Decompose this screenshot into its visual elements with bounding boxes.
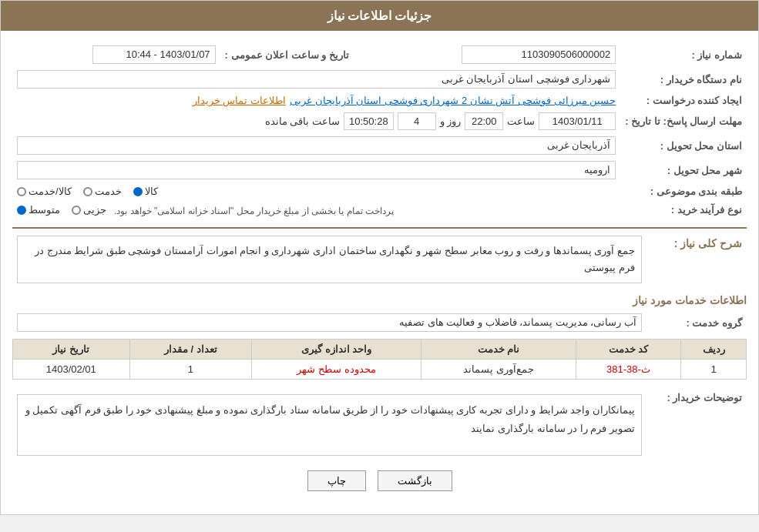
- creator-row: حسین میرزائی فوشچی آتش نشان 2 شهرداری فو…: [17, 95, 616, 106]
- deadline-label: مهلت ارسال پاسخ: تا تاریخ :: [620, 109, 747, 133]
- purchase-type-2[interactable]: متوسط: [17, 204, 60, 216]
- category-radio-3[interactable]: [17, 187, 26, 196]
- buyer-notes-label: توضیحات خریدار :: [646, 387, 747, 459]
- col-code: کد خدمت: [576, 340, 680, 360]
- service-group-value: آب رسانی، مدیریت پسماند، فاضلاب و فعالیت…: [17, 313, 642, 332]
- delivery-city-value: ارومیه: [17, 161, 616, 179]
- services-section-title: اطلاعات خدمات مورد نیاز: [12, 294, 747, 306]
- deadline-remaining: 10:50:28: [344, 112, 394, 130]
- cell-name: جمع‌آوری پسماند: [421, 360, 576, 380]
- deadline-day-label: روز و: [440, 115, 462, 127]
- delivery-province-value: آذربایجان غربی: [17, 136, 616, 155]
- deadline-remaining-label: ساعت باقی مانده: [265, 115, 340, 127]
- description-divider: [12, 227, 747, 229]
- deadline-row: 1403/01/11 ساعت 22:00 روز و 4 10:50:28 س…: [17, 112, 616, 130]
- creator-label: ایجاد کننده درخواست :: [620, 92, 747, 109]
- category-option-2[interactable]: خدمت: [83, 186, 122, 197]
- purchase-type-radio-2[interactable]: [17, 206, 26, 215]
- purchase-note: پرداخت تمام یا بخشی از مبلغ خریدار محل "…: [114, 206, 394, 216]
- info-table: شماره نیاز : 1103090506000002 تاریخ و سا…: [12, 42, 747, 219]
- cell-qty: 1: [129, 360, 251, 380]
- deadline-time-label: ساعت: [507, 115, 535, 127]
- category-option-1[interactable]: کالا: [133, 186, 158, 197]
- category-radio-2[interactable]: [83, 187, 92, 196]
- deadline-days: 4: [398, 112, 436, 130]
- purchase-type-1[interactable]: جزیی: [72, 204, 106, 216]
- table-row: 1 ث-38-381 جمع‌آوری پسماند محدوده سطح شه…: [13, 360, 747, 380]
- page-title: جزئیات اطلاعات نیاز: [327, 9, 432, 22]
- purchase-type-label: نوع فرآیند خرید :: [620, 200, 747, 219]
- col-unit: واحد اندازه گیری: [252, 340, 421, 360]
- contact-link[interactable]: اطلاعات تماس خریدار: [193, 95, 286, 106]
- deadline-time: 22:00: [465, 112, 503, 130]
- buyer-org-label: نام دستگاه خریدار :: [620, 67, 747, 92]
- creator-value: حسین میرزائی فوشچی آتش نشان 2 شهرداری فو…: [290, 95, 616, 106]
- page-header: جزئیات اطلاعات نیاز: [1, 1, 758, 31]
- category-label-3: کالا/خدمت: [29, 186, 72, 197]
- category-label: طبقه بندی موضوعی :: [620, 182, 747, 200]
- description-section-label: شرح کلی نیاز :: [646, 233, 747, 286]
- announce-label: تاریخ و ساعت اعلان عمومی :: [220, 42, 364, 67]
- col-row: ردیف: [681, 340, 747, 360]
- delivery-city-label: شهر محل تحویل :: [620, 158, 747, 182]
- buyer-notes-table: توضیحات خریدار : پیمانکاران واجد شرایط و…: [12, 387, 747, 459]
- cell-code: ث-38-381: [576, 360, 680, 380]
- cell-row: 1: [681, 360, 747, 380]
- category-option-3[interactable]: کالا/خدمت: [17, 186, 72, 197]
- bottom-buttons: بازگشت چاپ: [12, 470, 747, 491]
- purchase-type-row: متوسط جزیی پرداخت تمام یا بخشی از مبلغ خ…: [17, 203, 616, 216]
- service-group-table: گروه خدمت : آب رسانی، مدیریت پسماند، فاض…: [12, 310, 747, 335]
- back-button[interactable]: بازگشت: [378, 470, 452, 491]
- category-label-2: خدمت: [95, 186, 122, 197]
- category-label-1: کالا: [145, 186, 158, 197]
- description-text: جمع آوری پسماندها و رفت و روب معابر سطح …: [17, 236, 642, 283]
- announce-value: 1403/01/07 - 10:44: [92, 45, 216, 64]
- print-button[interactable]: چاپ: [307, 470, 366, 491]
- cell-date: 1403/02/01: [13, 360, 130, 380]
- need-number-value: 1103090506000002: [462, 45, 616, 64]
- category-options: کالا/خدمت خدمت کالا: [17, 186, 616, 197]
- col-date: تاریخ نیاز: [13, 340, 130, 360]
- col-name: نام خدمت: [421, 340, 576, 360]
- delivery-province-label: استان محل تحویل :: [620, 133, 747, 158]
- cell-unit: محدوده سطح شهر: [252, 360, 421, 380]
- purchase-type-options: متوسط جزیی: [17, 204, 106, 216]
- purchase-type-radio-1[interactable]: [72, 206, 81, 215]
- description-table: شرح کلی نیاز : جمع آوری پسماندها و رفت و…: [12, 233, 747, 286]
- service-group-label: گروه خدمت :: [646, 310, 747, 335]
- purchase-type-label-2: متوسط: [29, 204, 60, 216]
- buyer-org-value: شهرداری فوشچی استان آذربایجان غربی: [17, 70, 616, 89]
- need-number-label: شماره نیاز :: [620, 42, 747, 67]
- deadline-date: 1403/01/11: [539, 112, 616, 130]
- buyer-notes-text: پیمانکاران واجد شرایط و دارای تجربه کاری…: [17, 394, 642, 456]
- category-radio-1[interactable]: [133, 187, 143, 196]
- purchase-type-label-1: جزیی: [83, 204, 106, 216]
- col-qty: تعداد / مقدار: [129, 340, 251, 360]
- services-table: ردیف کد خدمت نام خدمت واحد اندازه گیری ت…: [12, 339, 747, 380]
